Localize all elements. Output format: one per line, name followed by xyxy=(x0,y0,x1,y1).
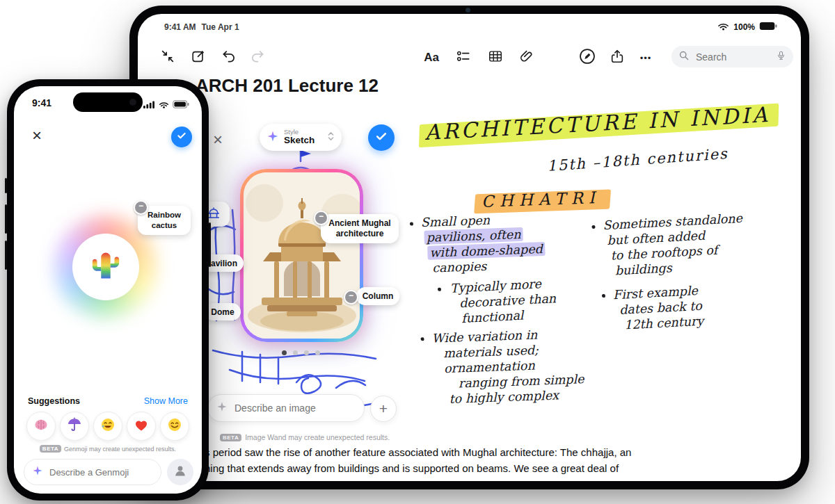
umbrella-icon xyxy=(66,416,83,436)
minus-icon: − xyxy=(349,291,353,300)
laughing-face-icon xyxy=(100,416,116,436)
image-wand-close-button[interactable]: × xyxy=(207,129,228,150)
smiling-face-icon xyxy=(166,416,183,436)
describe-image-input[interactable] xyxy=(233,402,356,414)
iphone-status-icons xyxy=(143,99,189,111)
genmoji-close-button[interactable]: × xyxy=(26,125,47,146)
label-ancient-mughal[interactable]: Ancient Mughal architecture xyxy=(321,214,399,243)
ai-sparkle-icon xyxy=(32,465,43,479)
volume-up-button xyxy=(5,204,7,234)
show-more-link[interactable]: Show More xyxy=(144,396,188,406)
ipad-status-left: 9:41 AM Tue Apr 1 xyxy=(164,22,239,32)
cellular-signal-icon xyxy=(143,99,155,111)
ipad-front-camera xyxy=(466,8,470,13)
describe-genmoji-input[interactable] xyxy=(48,466,153,478)
page-dot[interactable] xyxy=(293,350,298,355)
ai-sparkle-icon xyxy=(267,130,279,145)
describe-genmoji-field[interactable] xyxy=(24,459,161,485)
person-icon xyxy=(173,463,188,481)
chhatri-illustration xyxy=(244,172,360,339)
dynamic-island xyxy=(73,92,143,112)
volume-down-button xyxy=(5,241,7,270)
handwritten-bullet: First example dates back to 12th century xyxy=(612,283,703,334)
remove-genmoji-label-button[interactable]: − xyxy=(134,200,148,215)
search-icon xyxy=(678,50,690,64)
checklist-button[interactable] xyxy=(452,46,475,70)
attachment-button[interactable] xyxy=(515,46,539,70)
note-body-line: s period saw the rise of another feature… xyxy=(205,444,789,460)
close-icon: × xyxy=(32,126,42,145)
handwritten-bullet: Typically more decorative than functiona… xyxy=(450,275,557,327)
sketch-flag xyxy=(301,150,311,157)
checkmark-icon xyxy=(176,130,187,144)
page-dot[interactable] xyxy=(315,350,320,355)
label-text: architecture xyxy=(336,229,384,239)
collapse-icon xyxy=(160,49,175,67)
collapse-toolbar-button[interactable] xyxy=(156,46,180,70)
remove-label-button[interactable]: − xyxy=(344,290,358,304)
ipad-battery-percent: 100% xyxy=(733,22,755,32)
more-button[interactable]: ••• xyxy=(634,46,658,70)
remove-label-button[interactable]: − xyxy=(314,211,328,225)
plus-icon: + xyxy=(379,400,388,417)
table-button[interactable] xyxy=(484,46,507,70)
suggestion-smiling-face[interactable] xyxy=(160,412,189,441)
mic-icon[interactable] xyxy=(776,49,786,65)
undo-button[interactable] xyxy=(217,46,241,70)
power-button xyxy=(209,222,211,267)
generated-image-card[interactable] xyxy=(240,169,363,342)
share-icon xyxy=(610,49,625,67)
beta-badge: BETA xyxy=(220,434,241,441)
iphone-screen: 9:41 × xyxy=(14,86,202,494)
search-input[interactable] xyxy=(694,51,771,63)
rainbow-cactus-genmoji[interactable] xyxy=(88,247,124,284)
handwritten-subheading: 15th –18th centuries xyxy=(546,145,729,174)
handwritten-bullet: Sometimes standalone but often added to … xyxy=(603,211,745,279)
label-column[interactable]: Column xyxy=(356,287,399,305)
handwritten-topic: CHHATRI xyxy=(482,188,601,211)
minus-icon: − xyxy=(138,201,143,211)
handwritten-heading: ARCHITECTURE IN INDIA xyxy=(424,102,770,145)
page-dot[interactable] xyxy=(304,350,309,355)
ellipsis-icon: ••• xyxy=(640,53,652,63)
paperclip-icon xyxy=(519,49,534,67)
search-field[interactable] xyxy=(671,46,793,67)
compose-button[interactable] xyxy=(186,46,210,70)
brain-icon xyxy=(33,416,49,436)
redo-button[interactable] xyxy=(246,46,269,70)
person-avatar-button[interactable] xyxy=(167,459,193,485)
table-icon xyxy=(488,49,503,67)
chevron-up-down-icon xyxy=(327,131,335,145)
close-icon: × xyxy=(213,130,223,149)
page-dot-active[interactable] xyxy=(282,350,287,355)
bullet-dot xyxy=(410,222,413,225)
label-text: Dome xyxy=(211,307,234,317)
minus-icon: − xyxy=(319,211,324,221)
compose-icon xyxy=(191,49,206,67)
suggestion-umbrella[interactable] xyxy=(60,412,89,441)
checkmark-icon xyxy=(374,129,388,146)
suggestion-heart[interactable] xyxy=(127,412,156,441)
ipad-status-time: 9:41 AM xyxy=(164,22,196,32)
markup-button[interactable] xyxy=(575,46,599,70)
note-body-text: s period saw the rise of another feature… xyxy=(205,444,789,476)
note-body-line: ning that extends away from buildings an… xyxy=(205,460,789,476)
suggestion-laughing-face[interactable] xyxy=(93,412,122,441)
battery-icon xyxy=(173,99,189,111)
carousel-page-dots[interactable] xyxy=(282,350,320,355)
suggestions-label: Suggestions xyxy=(28,396,80,406)
accept-image-button[interactable] xyxy=(368,124,395,151)
label-dome[interactable]: Dome xyxy=(205,303,241,320)
wifi-icon xyxy=(717,21,729,33)
suggestion-brain[interactable] xyxy=(26,412,56,441)
add-image-button[interactable]: + xyxy=(370,396,397,422)
format-button[interactable]: Aa xyxy=(420,46,443,70)
genmoji-accept-button[interactable] xyxy=(171,127,192,147)
label-text: Column xyxy=(363,291,394,301)
share-button[interactable] xyxy=(605,46,629,70)
describe-image-field[interactable] xyxy=(207,394,365,422)
ipad-status-date: Tue Apr 1 xyxy=(202,22,239,32)
beta-text: Genmoji may create unexpected results. xyxy=(64,446,176,453)
style-picker[interactable]: Style Sketch xyxy=(260,124,342,151)
iphone-status-time: 9:41 xyxy=(32,97,51,108)
